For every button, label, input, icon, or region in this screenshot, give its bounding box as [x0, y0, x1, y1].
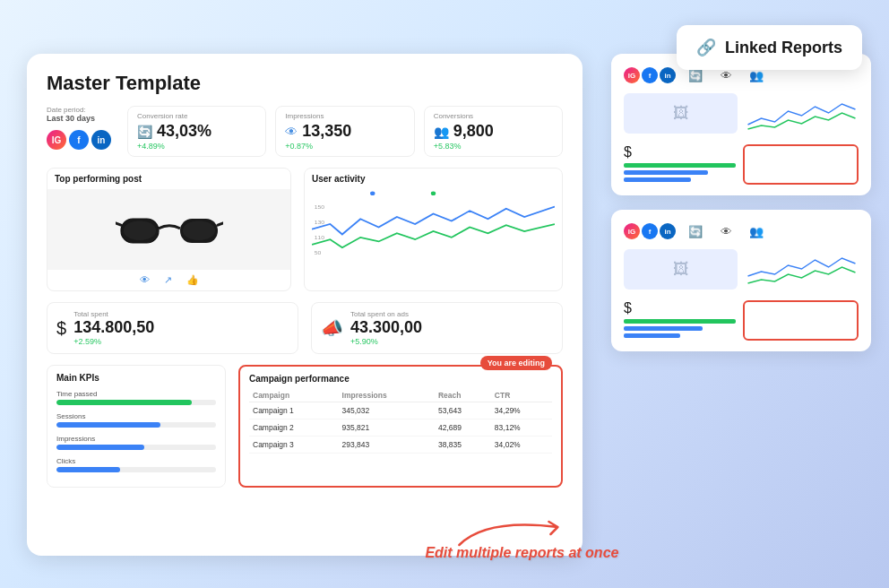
total-spent-info: Total spent 134.800,50 +2.59% [73, 310, 154, 346]
impressions-card: Impressions 👁 13,350 +0.87% [275, 106, 414, 157]
report-ig-icon-2: IG [624, 223, 640, 239]
linkedin-icon: in [91, 130, 111, 150]
col-impressions: Impressions [339, 389, 435, 402]
instagram-icon: IG [47, 130, 66, 150]
total-spent-label: Total spent [73, 310, 154, 318]
col-ctr: CTR [491, 389, 552, 402]
dollar-icon: $ [56, 318, 66, 339]
table-row: Campaign 1 345,032 53,643 34,29% [249, 402, 552, 419]
mid-row: Top performing post [47, 168, 563, 291]
report-ig-icon: IG [624, 67, 640, 83]
report-red-box-2 [743, 300, 859, 341]
impressions-value: 13,350 [302, 122, 351, 141]
report-bottom-2: $ [624, 300, 859, 341]
date-period: Date period: Last 30 days IG f in [47, 106, 118, 150]
kpi-clicks: Clicks [56, 457, 216, 472]
conversions-value: 9,800 [453, 122, 494, 141]
report-spend-left-2: $ [624, 300, 736, 341]
kpi-time-passed: Time passed [56, 390, 216, 405]
report-spend-left-1: $ [624, 144, 736, 185]
view-icon[interactable]: 👁 [140, 274, 150, 286]
facebook-icon: f [69, 130, 89, 150]
sunglasses-image [116, 203, 223, 256]
image-placeholder-icon-1: 🖼 [673, 104, 689, 123]
table-row: Campaign 2 935,821 42,689 83,12% [249, 419, 552, 437]
thumbnail-1: 🖼 [624, 93, 738, 134]
report-chart-right-2 [745, 249, 859, 293]
top-post-title: Top performing post [47, 169, 290, 189]
svg-text:110: 110 [315, 235, 325, 240]
conversions-change: +5.83% [434, 142, 553, 151]
kpi-sessions: Sessions [56, 412, 216, 428]
total-spent-card: $ Total spent 134.800,50 +2.59% [47, 302, 298, 354]
total-spent-change: +2.59% [73, 337, 154, 346]
conversion-value: 43,03% [157, 122, 211, 141]
share-icon[interactable]: ↗ [164, 274, 172, 286]
refresh-icon-2[interactable]: 🔄 [685, 220, 706, 242]
svg-text:150: 150 [315, 203, 325, 209]
bar-green-1 [624, 163, 736, 168]
conversion-icon: 🔄 [137, 125, 152, 139]
date-label: Date period: [47, 106, 118, 114]
col-campaign: Campaign [249, 389, 339, 402]
total-spent-value: 134.800,50 [73, 318, 154, 337]
dollar-icon-r2: $ [624, 300, 736, 316]
report-thumb-left-1: 🖼 [624, 93, 738, 137]
conversions-label: Conversions [434, 112, 553, 120]
report-metrics-1: 🖼 [624, 93, 859, 137]
report-bars-1 [624, 163, 736, 182]
top-post-card: Top performing post [47, 168, 291, 291]
campaign-title: Campaign performance [249, 374, 552, 384]
dollar-icon-r1: $ [624, 144, 736, 160]
report-fb-icon-2: f [642, 223, 658, 239]
bar-blue-2 [624, 177, 691, 182]
report-fb-icon: f [642, 67, 658, 83]
megaphone-icon: 📣 [321, 317, 343, 339]
svg-point-8 [431, 191, 436, 195]
report-social-icons-1: IG f in [624, 67, 676, 83]
total-ads-card: 📣 Total spent on ads 43.300,00 +5.90% [311, 302, 563, 354]
table-row: Campaign 3 293,843 38,835 34,02% [249, 437, 552, 454]
bar-blue-3 [624, 326, 703, 331]
image-placeholder-icon-2: 🖼 [673, 260, 689, 279]
report-card-1: IG f in 🔄 👁 👥 🖼 $ [611, 54, 871, 195]
svg-text:130: 130 [315, 220, 325, 225]
bar-blue-1 [624, 170, 708, 175]
user-activity-title: User activity [312, 174, 555, 184]
bar-blue-4 [624, 333, 680, 338]
annotation-text: Edit multiple reports at once [425, 545, 618, 561]
main-dashboard-card: Master Template Date period: Last 30 day… [27, 54, 583, 556]
report-bottom-1: $ [624, 144, 859, 185]
report-li-icon-2: in [660, 223, 676, 239]
impressions-icon: 👁 [285, 125, 298, 139]
svg-point-5 [124, 220, 156, 240]
conversions-card: Conversions 👥 9,800 +5.83% [424, 106, 563, 157]
like-icon[interactable]: 👍 [186, 274, 199, 286]
kpi-card: Main KPIs Time passed Sessions Impressio… [47, 365, 226, 488]
user-activity-card: User activity 150 130 110 50 [304, 168, 563, 291]
post-actions: 👁 ↗ 👍 [47, 270, 290, 290]
svg-line-4 [218, 223, 223, 225]
thumbnail-2: 🖼 [624, 249, 738, 290]
linked-reports-button[interactable]: 🔗 Linked Reports [677, 25, 862, 70]
right-panel: IG f in 🔄 👁 👥 🖼 $ [611, 54, 871, 351]
main-card-title: Master Template [47, 72, 563, 95]
conversion-rate-card: Conversion rate 🔄 43,03% +4.89% [127, 106, 266, 157]
spend-row: $ Total spent 134.800,50 +2.59% 📣 Total … [47, 302, 563, 354]
date-value: Last 30 days [47, 114, 118, 123]
bar-green-2 [624, 319, 736, 324]
conversions-icon: 👥 [434, 125, 449, 139]
total-ads-label: Total spent on ads [350, 310, 422, 318]
total-ads-info: Total spent on ads 43.300,00 +5.90% [350, 310, 422, 346]
campaign-table: Campaign Impressions Reach CTR Campaign … [249, 389, 552, 454]
users-icon-2[interactable]: 👥 [746, 220, 767, 242]
post-image [47, 189, 290, 270]
view-icon-2[interactable]: 👁 [715, 220, 737, 242]
col-reach: Reach [435, 389, 491, 402]
link-icon: 🔗 [696, 38, 716, 57]
impressions-change: +0.87% [285, 142, 404, 151]
svg-text:50: 50 [315, 250, 322, 255]
mini-chart-1 [745, 93, 859, 134]
report-red-box-1 [743, 144, 859, 185]
editing-badge: You are editing [480, 356, 552, 370]
